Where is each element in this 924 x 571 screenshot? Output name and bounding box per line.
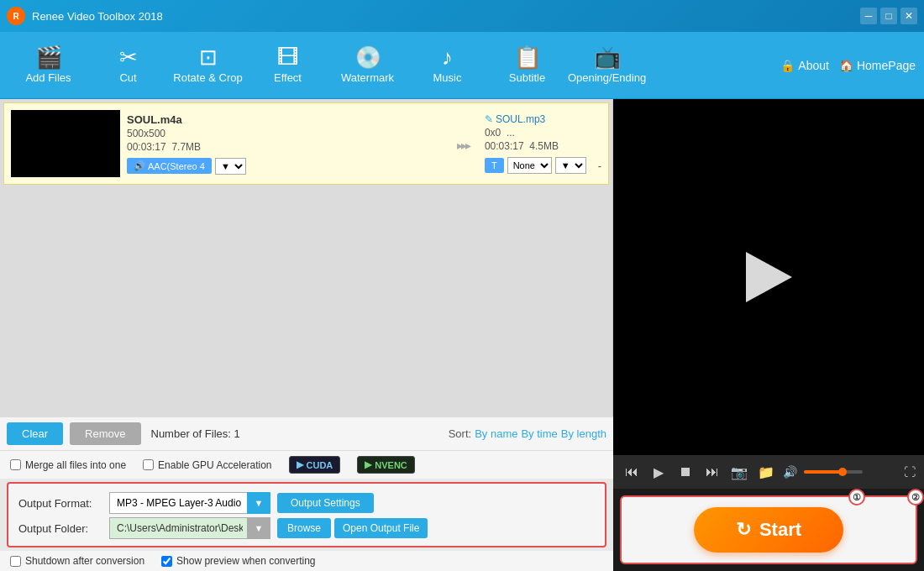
cuda-badge: ▶ CUDA [289, 456, 341, 474]
homepage-link[interactable]: 🏠 HomePage [839, 59, 916, 72]
start-container: ① ② ↻ Start [620, 495, 917, 564]
preview-checkbox-label[interactable]: Show preview when converting [161, 555, 315, 567]
start-button[interactable]: ↻ Start [694, 507, 843, 553]
badge-2: ② [907, 489, 924, 506]
toolbar-music-label: Music [433, 71, 462, 84]
output-filename-row: ✎ SOUL.mp3 [485, 113, 601, 125]
nvenc-label: NVENC [375, 460, 407, 470]
homepage-label: HomePage [857, 59, 916, 72]
toolbar-music[interactable]: ♪ Music [407, 35, 487, 96]
toolbar-rotate-crop-label: Rotate & Crop [173, 71, 242, 84]
toolbar-rotate-crop[interactable]: ⊡ Rotate & Crop [168, 35, 248, 96]
folder-arrow[interactable]: ▼ [247, 517, 270, 539]
toolbar-items: 🎬 Add Files ✂ Cut ⊡ Rotate & Crop 🎞 Effe… [8, 35, 780, 96]
shutdown-checkbox-label[interactable]: Shutdown after conversion [10, 555, 144, 567]
audio-dropdown[interactable]: ▼ [215, 158, 246, 175]
sort-by-name[interactable]: By name [475, 427, 517, 440]
skip-forward-button[interactable]: ⏭ [702, 462, 722, 482]
main-content: SOUL.m4a 500x500 00:03:17 7.7MB 🔊 AAC(St… [0, 99, 924, 571]
merge-label: Merge all files into one [25, 459, 126, 471]
subtitle-icon: 📋 [514, 46, 541, 68]
cuda-label: CUDA [307, 460, 333, 470]
right-panel: ⏮ ▶ ⏹ ⏭ 📷 📁 🔊 ⛶ ① ② ↻ Start [613, 99, 924, 571]
open-output-button[interactable]: Open Output File [334, 518, 428, 538]
play-button[interactable]: ▶ [648, 462, 669, 482]
toolbar-cut[interactable]: ✂ Cut [88, 35, 168, 96]
volume-icon: 🔊 [783, 465, 797, 479]
format-dropdown-wrap: ▼ [109, 492, 270, 514]
subtitle-button[interactable]: T [485, 158, 504, 173]
sort-by-time[interactable]: By time [521, 427, 557, 440]
subtitle-dropdown2[interactable]: ▼ [555, 157, 586, 174]
close-button[interactable]: ✕ [900, 8, 917, 24]
file-count: Number of Files: 1 [151, 427, 240, 440]
audio-label: AAC(Stereo 4 [148, 161, 205, 171]
preview-label: Show preview when converting [176, 555, 315, 567]
toolbar: 🎬 Add Files ✂ Cut ⊡ Rotate & Crop 🎞 Effe… [0, 32, 924, 99]
video-preview [613, 99, 924, 455]
stop-button[interactable]: ⏹ [675, 462, 696, 482]
toolbar-subtitle[interactable]: 📋 Subtitle [487, 35, 567, 96]
format-label: Output Format: [18, 497, 102, 510]
preview-checkbox[interactable] [161, 556, 172, 567]
gpu-label: Enable GPU Acceleration [158, 459, 271, 471]
start-label: Start [759, 519, 801, 541]
toolbar-right: 🔒 About 🏠 HomePage [780, 59, 916, 72]
add-files-icon: 🎬 [35, 46, 62, 68]
music-icon: ♪ [442, 46, 453, 68]
toolbar-watermark[interactable]: 💿 Watermark [328, 35, 407, 96]
output-settings-bar: Output Format: ▼ Output Settings Output … [7, 482, 606, 547]
last-options-bar: Shutdown after conversion Show preview w… [0, 551, 613, 571]
nvenc-logo: ▶ [365, 459, 371, 470]
toolbar-add-files-label: Add Files [25, 71, 71, 84]
audio-button[interactable]: 🔊 AAC(Stereo 4 [127, 158, 212, 174]
merge-checkbox-label[interactable]: Merge all files into one [10, 459, 126, 471]
format-arrow[interactable]: ▼ [247, 492, 270, 514]
sort-by-length[interactable]: By length [561, 427, 606, 440]
toolbar-add-files[interactable]: 🎬 Add Files [8, 35, 88, 96]
skip-back-button[interactable]: ⏮ [622, 462, 642, 482]
refresh-icon: ↻ [736, 519, 751, 541]
home-icon: 🏠 [839, 59, 853, 72]
convert-arrow: ▸▸▸ [457, 133, 470, 155]
maximize-button[interactable]: □ [880, 8, 897, 24]
shutdown-checkbox[interactable] [10, 556, 21, 567]
folder-buttons: Browse Open Output File [277, 518, 428, 538]
output-format-row: Output Format: ▼ Output Settings [18, 492, 595, 514]
volume-knob [838, 468, 847, 476]
toolbar-opening-ending-label: Opening/Ending [568, 71, 646, 84]
output-duration-size: 00:03:17 4.5MB [485, 140, 601, 152]
merge-checkbox[interactable] [10, 459, 21, 470]
bottom-bar: Clear Remove Number of Files: 1 Sort: By… [0, 416, 613, 450]
output-extra: ... [507, 127, 515, 139]
folder-button[interactable]: 📁 [756, 462, 776, 482]
minimize-button[interactable]: ─ [860, 8, 877, 24]
effect-icon: 🎞 [277, 46, 299, 68]
gpu-checkbox-label[interactable]: Enable GPU Acceleration [143, 459, 271, 471]
fullscreen-button[interactable]: ⛶ [904, 465, 916, 479]
output-settings-button[interactable]: Output Settings [277, 493, 374, 513]
volume-icon: 🔊 [134, 160, 145, 171]
play-icon [746, 252, 792, 302]
input-filename: SOUL.m4a [127, 113, 442, 126]
gpu-checkbox[interactable] [143, 459, 154, 470]
screenshot-button[interactable]: 📷 [729, 462, 749, 482]
clear-button[interactable]: Clear [7, 422, 63, 445]
volume-slider[interactable] [804, 470, 863, 474]
title-bar-left: R Renee Video Toolbox 2018 [7, 7, 163, 25]
opening-ending-icon: 📺 [594, 46, 621, 68]
file-input-info: SOUL.m4a 500x500 00:03:17 7.7MB 🔊 AAC(St… [127, 113, 442, 175]
file-item: SOUL.m4a 500x500 00:03:17 7.7MB 🔊 AAC(St… [3, 102, 609, 185]
about-link[interactable]: 🔒 About [780, 59, 829, 72]
app-logo: R [7, 7, 25, 25]
toolbar-effect[interactable]: 🎞 Effect [248, 35, 328, 96]
input-duration-size: 00:03:17 7.7MB [127, 141, 442, 153]
badge-1: ① [848, 489, 865, 506]
subtitle-dropdown[interactable]: None [507, 157, 552, 174]
video-controls: ⏮ ▶ ⏹ ⏭ 📷 📁 🔊 ⛶ [613, 455, 924, 489]
toolbar-opening-ending[interactable]: 📺 Opening/Ending [567, 35, 647, 96]
toolbar-subtitle-label: Subtitle [509, 71, 545, 84]
remove-button[interactable]: Remove [70, 422, 140, 445]
app-title: Renee Video Toolbox 2018 [32, 10, 163, 23]
browse-button[interactable]: Browse [277, 518, 331, 538]
